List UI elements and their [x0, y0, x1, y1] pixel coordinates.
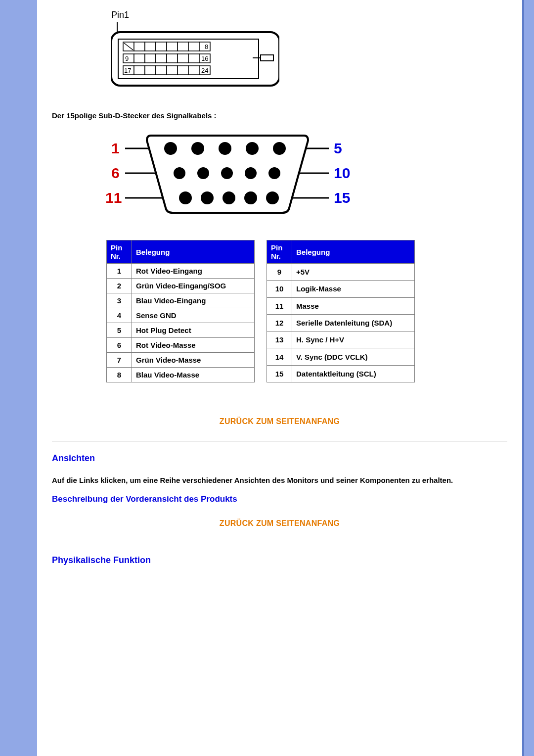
subd-r3-left: 11 — [105, 189, 122, 206]
svg-point-39 — [246, 142, 259, 155]
pin-assignment: Blau Video-Eingang — [132, 293, 255, 308]
svg-rect-22 — [156, 66, 167, 75]
svg-point-50 — [266, 191, 279, 204]
svg-point-49 — [244, 191, 257, 204]
dvi-connector-diagram: 8 9 16 17 24 — [111, 22, 507, 87]
svg-point-46 — [179, 191, 192, 204]
svg-rect-14 — [156, 54, 167, 63]
pin-assignment: Hot Plug Detect — [132, 323, 255, 338]
svg-rect-6 — [156, 42, 167, 51]
svg-rect-4 — [134, 42, 145, 51]
table-row: 3Blau Video-Eingang — [107, 293, 255, 308]
pin-number: 2 — [107, 279, 132, 293]
table-row: 10Logik-Masse — [267, 281, 415, 297]
svg-point-45 — [268, 167, 280, 179]
pin-number: 11 — [267, 297, 292, 314]
svg-rect-23 — [167, 66, 178, 75]
svg-rect-9 — [188, 42, 199, 51]
dvi-row3-end: 24 — [201, 67, 208, 74]
pin-number: 15 — [267, 365, 292, 382]
table-row: 1Rot Video-Eingang — [107, 264, 255, 279]
svg-point-43 — [221, 167, 233, 179]
svg-point-41 — [174, 167, 185, 179]
front-view-link[interactable]: Beschreibung der Vorderansicht des Produ… — [52, 494, 507, 504]
svg-rect-8 — [178, 42, 188, 51]
table-row: 2Grün Video-Eingang/SOG — [107, 279, 255, 293]
pin-assignment: +5V — [292, 264, 415, 281]
svg-rect-21 — [145, 66, 156, 75]
pin-assignment: Rot Video-Eingang — [132, 264, 255, 279]
pin-number: 8 — [107, 368, 132, 382]
pin-number: 1 — [107, 264, 132, 279]
divider — [52, 543, 507, 543]
svg-point-36 — [164, 142, 177, 155]
svg-rect-12 — [134, 54, 145, 63]
pin-assignment: Masse — [292, 297, 415, 314]
svg-rect-24 — [178, 66, 188, 75]
back-to-top-link[interactable]: ZURÜCK ZUM SEITENANFANG — [52, 417, 507, 426]
svg-rect-25 — [188, 66, 199, 75]
pin-number: 13 — [267, 331, 292, 348]
table-row: 4Sense GND — [107, 308, 255, 323]
dvi-row3-start: 17 — [124, 67, 131, 74]
svg-rect-15 — [167, 54, 178, 63]
pin-number: 14 — [267, 348, 292, 365]
pin-number: 5 — [107, 323, 132, 338]
dvi-row1-end: 8 — [205, 43, 208, 50]
svg-rect-7 — [167, 42, 178, 51]
svg-point-37 — [191, 142, 204, 155]
pin-assignment: Sense GND — [132, 308, 255, 323]
svg-point-44 — [245, 167, 257, 179]
th-pin-nr: Pin Nr. — [267, 240, 292, 264]
svg-point-40 — [273, 142, 286, 155]
pin-assignment: Blau Video-Masse — [132, 368, 255, 382]
subd-title: Der 15polige Sub-D-Stecker des Signalkab… — [52, 111, 507, 120]
subd-r2-right: 10 — [334, 165, 350, 181]
th-pin-nr: Pin Nr. — [107, 240, 132, 264]
pin-number: 7 — [107, 353, 132, 368]
pin-assignment: Serielle Datenleitung (SDA) — [292, 314, 415, 331]
table-row: 15Datentaktleitung (SCL) — [267, 365, 415, 382]
pin-number: 12 — [267, 314, 292, 331]
subd-connector-diagram: 1 6 11 5 10 15 — [101, 130, 507, 220]
svg-rect-16 — [178, 54, 188, 63]
pin-number: 6 — [107, 338, 132, 353]
th-belegung: Belegung — [132, 240, 255, 264]
table-row: 14V. Sync (DDC VCLK) — [267, 348, 415, 365]
subd-r2-left: 6 — [111, 165, 120, 181]
divider — [52, 441, 507, 441]
svg-point-38 — [219, 142, 231, 155]
pin-number: 4 — [107, 308, 132, 323]
pin-number: 9 — [267, 264, 292, 281]
heading-phys: Physikalische Funktion — [52, 555, 507, 566]
pin-assignment: Rot Video-Masse — [132, 338, 255, 353]
pin-assignment: Grün Video-Masse — [132, 353, 255, 368]
pin-assignment: Datentaktleitung (SCL) — [292, 365, 415, 382]
subd-r3-right: 15 — [334, 189, 350, 206]
svg-rect-17 — [188, 54, 199, 63]
th-belegung: Belegung — [292, 240, 415, 264]
pin-table-left: Pin Nr. Belegung 1Rot Video-Eingang2Grün… — [106, 240, 255, 382]
pin-table-right: Pin Nr. Belegung 9+5V10Logik-Masse11Mass… — [267, 240, 415, 382]
ansichten-text: Auf die Links klicken, um eine Reihe ver… — [52, 475, 507, 485]
svg-point-48 — [222, 191, 235, 204]
table-row: 13H. Sync / H+V — [267, 331, 415, 348]
pin-assignment: H. Sync / H+V — [292, 331, 415, 348]
pin-assignment: V. Sync (DDC VCLK) — [292, 348, 415, 365]
dvi-row2-start: 9 — [125, 55, 129, 62]
pin-number: 3 — [107, 293, 132, 308]
svg-rect-20 — [134, 66, 145, 75]
pin-assignment: Logik-Masse — [292, 281, 415, 297]
table-row: 12Serielle Datenleitung (SDA) — [267, 314, 415, 331]
dvi-pin1-label: Pin1 — [111, 10, 507, 20]
table-row: 6Rot Video-Masse — [107, 338, 255, 353]
back-to-top-link[interactable]: ZURÜCK ZUM SEITENANFANG — [52, 519, 507, 528]
table-row: 8Blau Video-Masse — [107, 368, 255, 382]
svg-point-47 — [201, 191, 214, 204]
heading-ansichten: Ansichten — [52, 453, 507, 464]
dvi-row2-end: 16 — [201, 55, 208, 62]
svg-rect-13 — [145, 54, 156, 63]
svg-rect-5 — [145, 42, 156, 51]
svg-rect-28 — [261, 55, 273, 61]
subd-r1-left: 1 — [111, 140, 120, 156]
